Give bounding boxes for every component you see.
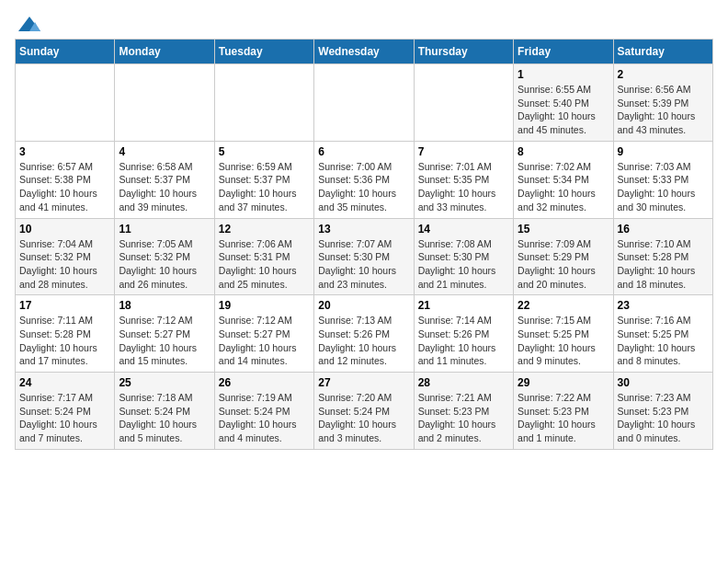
day-number: 30 (618, 376, 709, 389)
day-info: Sunrise: 7:01 AM Sunset: 5:35 PM Dayligh… (418, 160, 509, 214)
day-number: 8 (518, 145, 609, 158)
weekday-header: Saturday (613, 40, 712, 64)
day-number: 16 (618, 223, 709, 236)
logo (15, 15, 42, 31)
day-number: 7 (418, 145, 509, 158)
day-info: Sunrise: 7:03 AM Sunset: 5:33 PM Dayligh… (618, 160, 709, 214)
day-info: Sunrise: 7:11 AM Sunset: 5:28 PM Dayligh… (19, 314, 110, 368)
day-number: 27 (318, 376, 409, 389)
calendar-week-row: 1Sunrise: 6:55 AM Sunset: 5:40 PM Daylig… (16, 64, 713, 142)
calendar-cell: 14Sunrise: 7:08 AM Sunset: 5:30 PM Dayli… (414, 218, 513, 295)
day-info: Sunrise: 6:59 AM Sunset: 5:37 PM Dayligh… (219, 160, 310, 214)
day-info: Sunrise: 7:02 AM Sunset: 5:34 PM Dayligh… (518, 160, 609, 214)
day-number: 9 (618, 145, 709, 158)
day-number: 23 (618, 299, 709, 312)
day-info: Sunrise: 6:58 AM Sunset: 5:37 PM Dayligh… (119, 160, 210, 214)
day-info: Sunrise: 6:56 AM Sunset: 5:39 PM Dayligh… (618, 83, 709, 137)
calendar-cell: 28Sunrise: 7:21 AM Sunset: 5:23 PM Dayli… (414, 373, 513, 450)
calendar-cell: 9Sunrise: 7:03 AM Sunset: 5:33 PM Daylig… (613, 141, 712, 218)
day-number: 4 (119, 145, 210, 158)
day-info: Sunrise: 7:17 AM Sunset: 5:24 PM Dayligh… (19, 391, 110, 445)
day-number: 25 (119, 376, 210, 389)
day-number: 20 (318, 299, 409, 312)
calendar-cell: 12Sunrise: 7:06 AM Sunset: 5:31 PM Dayli… (214, 218, 313, 295)
day-number: 15 (518, 223, 609, 236)
day-number: 24 (19, 376, 110, 389)
day-number: 1 (518, 68, 609, 81)
calendar-week-row: 24Sunrise: 7:17 AM Sunset: 5:24 PM Dayli… (16, 373, 713, 450)
day-number: 11 (119, 223, 210, 236)
calendar-cell (214, 64, 313, 142)
day-number: 12 (219, 223, 310, 236)
day-number: 2 (618, 68, 709, 81)
day-info: Sunrise: 7:12 AM Sunset: 5:27 PM Dayligh… (219, 314, 310, 368)
calendar-week-row: 10Sunrise: 7:04 AM Sunset: 5:32 PM Dayli… (16, 218, 713, 295)
calendar-cell: 15Sunrise: 7:09 AM Sunset: 5:29 PM Dayli… (514, 218, 613, 295)
day-info: Sunrise: 7:20 AM Sunset: 5:24 PM Dayligh… (318, 391, 409, 445)
weekday-header: Wednesday (314, 40, 414, 64)
calendar-week-row: 17Sunrise: 7:11 AM Sunset: 5:28 PM Dayli… (16, 295, 713, 373)
day-info: Sunrise: 7:06 AM Sunset: 5:31 PM Dayligh… (219, 237, 310, 292)
calendar-cell: 13Sunrise: 7:07 AM Sunset: 5:30 PM Dayli… (314, 218, 414, 295)
day-number: 14 (418, 223, 509, 236)
weekday-header: Sunday (16, 40, 115, 64)
day-info: Sunrise: 7:07 AM Sunset: 5:30 PM Dayligh… (318, 237, 409, 292)
calendar-week-row: 3Sunrise: 6:57 AM Sunset: 5:38 PM Daylig… (16, 141, 713, 218)
calendar-cell: 19Sunrise: 7:12 AM Sunset: 5:27 PM Dayli… (214, 295, 313, 373)
calendar-table: SundayMondayTuesdayWednesdayThursdayFrid… (15, 39, 713, 450)
day-info: Sunrise: 7:18 AM Sunset: 5:24 PM Dayligh… (119, 391, 210, 445)
day-info: Sunrise: 7:16 AM Sunset: 5:25 PM Dayligh… (618, 314, 709, 368)
day-number: 26 (219, 376, 310, 389)
day-number: 19 (219, 299, 310, 312)
day-number: 10 (19, 223, 110, 236)
calendar-cell: 3Sunrise: 6:57 AM Sunset: 5:38 PM Daylig… (16, 141, 115, 218)
day-number: 29 (518, 376, 609, 389)
day-number: 5 (219, 145, 310, 158)
calendar-cell: 2Sunrise: 6:56 AM Sunset: 5:39 PM Daylig… (613, 64, 712, 142)
calendar-cell: 8Sunrise: 7:02 AM Sunset: 5:34 PM Daylig… (514, 141, 613, 218)
calendar-cell: 30Sunrise: 7:23 AM Sunset: 5:23 PM Dayli… (613, 373, 712, 450)
day-number: 13 (318, 223, 409, 236)
day-info: Sunrise: 7:10 AM Sunset: 5:28 PM Dayligh… (618, 237, 709, 292)
day-info: Sunrise: 7:13 AM Sunset: 5:26 PM Dayligh… (318, 314, 409, 368)
calendar-cell: 11Sunrise: 7:05 AM Sunset: 5:32 PM Dayli… (115, 218, 214, 295)
day-info: Sunrise: 7:00 AM Sunset: 5:36 PM Dayligh… (318, 160, 409, 214)
calendar-cell: 10Sunrise: 7:04 AM Sunset: 5:32 PM Dayli… (16, 218, 115, 295)
day-number: 28 (418, 376, 509, 389)
day-number: 18 (119, 299, 210, 312)
day-info: Sunrise: 7:19 AM Sunset: 5:24 PM Dayligh… (219, 391, 310, 445)
weekday-header: Tuesday (214, 40, 313, 64)
calendar-cell (314, 64, 414, 142)
day-info: Sunrise: 6:57 AM Sunset: 5:38 PM Dayligh… (19, 160, 110, 214)
calendar-cell (115, 64, 214, 142)
day-info: Sunrise: 7:21 AM Sunset: 5:23 PM Dayligh… (418, 391, 509, 445)
calendar-cell (16, 64, 115, 142)
page-header (15, 15, 713, 31)
day-info: Sunrise: 7:09 AM Sunset: 5:29 PM Dayligh… (518, 237, 609, 292)
day-info: Sunrise: 7:14 AM Sunset: 5:26 PM Dayligh… (418, 314, 509, 368)
calendar-cell: 22Sunrise: 7:15 AM Sunset: 5:25 PM Dayli… (514, 295, 613, 373)
calendar-cell: 5Sunrise: 6:59 AM Sunset: 5:37 PM Daylig… (214, 141, 313, 218)
day-info: Sunrise: 7:15 AM Sunset: 5:25 PM Dayligh… (518, 314, 609, 368)
calendar-cell: 23Sunrise: 7:16 AM Sunset: 5:25 PM Dayli… (613, 295, 712, 373)
weekday-header: Thursday (414, 40, 513, 64)
calendar-cell: 18Sunrise: 7:12 AM Sunset: 5:27 PM Dayli… (115, 295, 214, 373)
day-info: Sunrise: 6:55 AM Sunset: 5:40 PM Dayligh… (518, 83, 609, 137)
weekday-header: Monday (115, 40, 214, 64)
calendar-cell: 4Sunrise: 6:58 AM Sunset: 5:37 PM Daylig… (115, 141, 214, 218)
day-info: Sunrise: 7:22 AM Sunset: 5:23 PM Dayligh… (518, 391, 609, 445)
day-number: 22 (518, 299, 609, 312)
weekday-header: Friday (514, 40, 613, 64)
calendar-header-row: SundayMondayTuesdayWednesdayThursdayFrid… (16, 40, 713, 64)
calendar-cell: 16Sunrise: 7:10 AM Sunset: 5:28 PM Dayli… (613, 218, 712, 295)
logo-icon (17, 15, 42, 35)
calendar-cell: 27Sunrise: 7:20 AM Sunset: 5:24 PM Dayli… (314, 373, 414, 450)
day-number: 3 (19, 145, 110, 158)
calendar-cell: 21Sunrise: 7:14 AM Sunset: 5:26 PM Dayli… (414, 295, 513, 373)
day-number: 21 (418, 299, 509, 312)
day-info: Sunrise: 7:23 AM Sunset: 5:23 PM Dayligh… (618, 391, 709, 445)
day-number: 17 (19, 299, 110, 312)
day-info: Sunrise: 7:05 AM Sunset: 5:32 PM Dayligh… (119, 237, 210, 292)
calendar-cell: 6Sunrise: 7:00 AM Sunset: 5:36 PM Daylig… (314, 141, 414, 218)
calendar-cell: 7Sunrise: 7:01 AM Sunset: 5:35 PM Daylig… (414, 141, 513, 218)
